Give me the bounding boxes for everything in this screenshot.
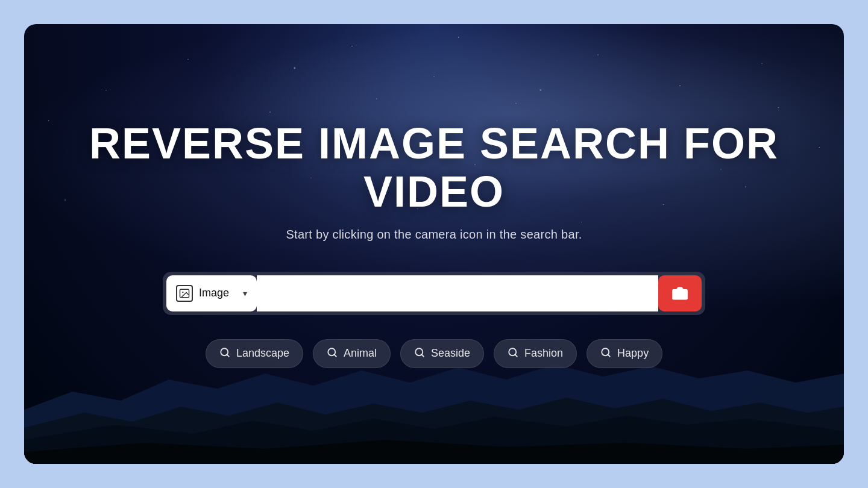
search-icon — [414, 347, 425, 360]
pill-fashion[interactable]: Fashion — [494, 339, 577, 368]
pill-label-animal: Animal — [344, 347, 377, 360]
pill-label-seaside: Seaside — [431, 347, 470, 360]
svg-line-4 — [227, 354, 228, 356]
pill-label-fashion: Fashion — [524, 347, 563, 360]
svg-line-12 — [608, 354, 610, 356]
search-type-dropdown[interactable]: Image ▾ — [166, 275, 257, 311]
search-icon — [600, 347, 611, 360]
pill-landscape[interactable]: Landscape — [206, 339, 303, 368]
page-content: REVERSE IMAGE SEARCH FOR VIDEO Start by … — [24, 24, 844, 464]
pill-seaside[interactable]: Seaside — [400, 339, 484, 368]
search-icon — [327, 347, 338, 360]
camera-icon — [671, 285, 688, 302]
search-icon — [508, 347, 518, 360]
image-type-icon — [176, 285, 193, 302]
svg-point-1 — [182, 292, 183, 293]
page-title: REVERSE IMAGE SEARCH FOR VIDEO — [48, 120, 820, 215]
pill-happy[interactable]: Happy — [587, 339, 662, 368]
camera-search-button[interactable] — [658, 275, 702, 311]
pill-label-landscape: Landscape — [236, 347, 289, 360]
suggestion-pills-container: LandscapeAnimalSeasideFashionHappy — [206, 339, 662, 368]
pill-animal[interactable]: Animal — [313, 339, 391, 368]
type-selector-label: Image — [199, 287, 237, 299]
search-bar: Image ▾ — [163, 272, 705, 315]
chevron-down-icon: ▾ — [243, 289, 247, 298]
svg-line-6 — [334, 354, 336, 356]
main-container: REVERSE IMAGE SEARCH FOR VIDEO Start by … — [24, 24, 844, 464]
svg-line-8 — [421, 354, 423, 356]
page-subtitle: Start by clicking on the camera icon in … — [286, 228, 582, 242]
search-icon — [219, 347, 230, 360]
svg-line-10 — [515, 354, 517, 356]
pill-label-happy: Happy — [617, 347, 649, 360]
search-input[interactable] — [257, 275, 658, 311]
